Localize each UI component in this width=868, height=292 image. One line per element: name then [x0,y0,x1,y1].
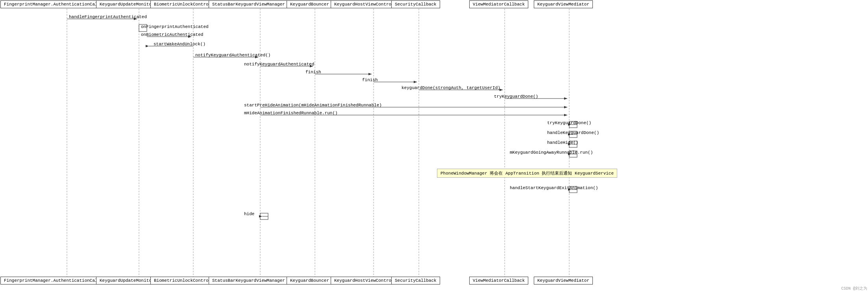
class-box-kb: KeyguardBouncer [287,0,333,8]
label-keyguardDone: keyguardDone(strongAuth, targetUserId) [402,86,500,90]
label-finish2: finish [362,78,378,82]
label-hide: hide [244,212,254,216]
label-handleFingerprintAuthenticated: handleFingerprintAuthenticated [69,15,147,19]
label-mKeyguardGoingAwayRunnable: mKeyguardGoingAwayRunnable.run() [510,150,593,155]
label-tryKeyguardDone2: tryKeyguardDone() [547,121,591,125]
label-notifyKeyguardAuthenticated2: notifyKeyguardAuthenticated() [195,53,270,58]
class-box-vmc: ViewMediatorCallback [469,0,528,8]
label-mHideAnimationFinishedRunnable: mHideAnimationFinishedRunnable.run() [244,111,338,115]
label-tryKeyguardDone1: tryKeyguardDone() [494,94,538,99]
label-notifyKeyguardAuthenticated: notifyKeyguardAuthenticated [244,62,314,67]
label-startPreHideAnimation: startPreHideAnimation(mHideAnimationFini… [244,103,382,108]
class-box-kum: KeyguardUpdateMonitor [96,0,158,8]
class-box-kum-bottom: KeyguardUpdateMonitor [96,277,158,285]
class-box-sc-bottom: SecurityCallback [391,277,440,285]
note-phonewm: PhoneWindowManager 将会在 AppTransition 执行结… [437,169,617,178]
class-box-sbkvm-bottom: StatusBarKeyguardViewManager [209,277,289,285]
class-box-sc: SecurityCallback [391,0,440,8]
watermark: CSDN @刘之为 [841,286,867,291]
class-box-vmc-bottom: ViewMediatorCallback [469,277,528,285]
label-handleHide: handleHide() [547,140,578,145]
label-finish1: finish [305,70,321,74]
diagram-container: FingerprintManager.AuthenticationCallbac… [0,0,868,292]
label-handleKeyguardDone: handleKeyguardDone() [547,130,599,135]
class-box-kvm: KeyguardViewMediator [534,0,593,8]
arrows-svg [0,0,868,292]
label-onBiometricAuthenticated: onBiometricAuthenticated [141,32,203,37]
label-startWakeAndUnlock: startWakeAndUnlock() [154,42,205,46]
class-box-sbkvm: StatusBarKeyguardViewManager [209,0,289,8]
svg-rect-28 [260,213,268,219]
class-box-kb-bottom: KeyguardBouncer [287,277,333,285]
class-box-kvm-bottom: KeyguardViewMediator [534,277,593,285]
label-onFingerprintAuthenticated: onFingerprintAuthenticated [141,24,209,29]
label-handleStartKeyguardExitAnimation: handleStartKeyguardExitAnimation() [510,186,598,190]
